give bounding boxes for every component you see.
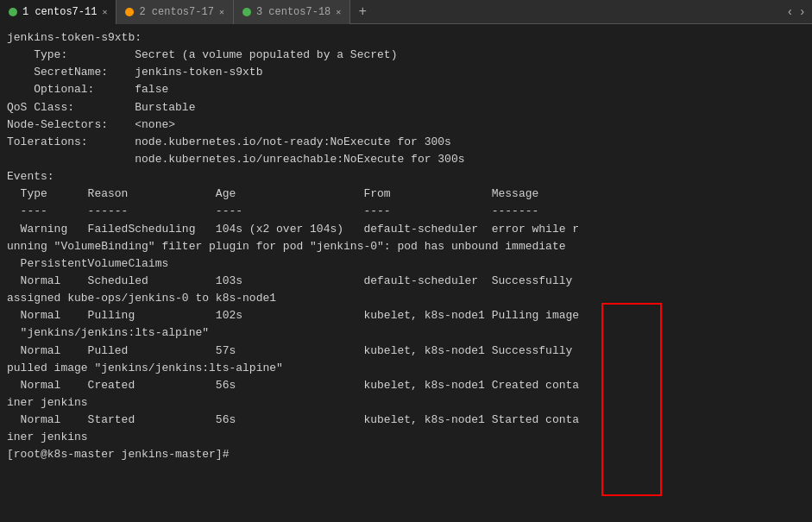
terminal-line: Normal Scheduled 103s default-scheduler …	[7, 273, 805, 290]
terminal-line: unning "VolumeBinding" filter plugin for…	[7, 238, 805, 255]
tab-3-close[interactable]: ✕	[336, 7, 341, 17]
terminal-line: pulled image "jenkins/jenkins:lts-alpine…	[7, 360, 805, 377]
terminal-line: Optional: false	[7, 81, 805, 98]
terminal-line: PersistentVolumeClaims	[7, 255, 805, 273]
terminal-line: ---- ------ ---- ---- -------	[7, 203, 805, 220]
terminal-line: Node-Selectors: <none>	[7, 116, 805, 134]
terminal-line: QoS Class: Burstable	[7, 99, 805, 116]
terminal-line: Warning FailedScheduling 104s (x2 over 1…	[7, 221, 805, 238]
tab-3-circle	[242, 8, 251, 16]
nav-right-arrow[interactable]: ›	[796, 5, 809, 19]
tab-2-circle	[125, 8, 134, 16]
add-tab-button[interactable]: +	[350, 0, 375, 24]
terminal-line: [root@k8s-master jenkins-master]#	[7, 446, 805, 463]
tab-2-label: 2 centos7-17	[139, 6, 213, 18]
terminal-line: Normal Pulling 102s kubelet, k8s-node1 P…	[7, 307, 805, 324]
terminal-line: "jenkins/jenkins:lts-alpine"	[7, 324, 805, 342]
terminal-line: Type: Secret (a volume populated by a Se…	[7, 47, 805, 64]
nav-left-arrow[interactable]: ‹	[784, 5, 796, 19]
terminal-line: Normal Pulled 57s kubelet, k8s-node1 Suc…	[7, 343, 805, 360]
nav-arrows: ‹ ›	[784, 5, 812, 19]
tab-3[interactable]: 3 centos7-18 ✕	[234, 0, 350, 24]
tab-1-label: 1 centos7-11	[22, 6, 97, 18]
tab-1-close[interactable]: ✕	[102, 7, 107, 17]
terminal-line: Normal Created 56s kubelet, k8s-node1 Cr…	[7, 377, 805, 394]
terminal-line: Type Reason Age From Message	[7, 186, 805, 203]
terminal-line: SecretName: jenkins-token-s9xtb	[7, 64, 805, 81]
terminal-line: iner jenkins	[7, 429, 805, 446]
tab-1[interactable]: 1 centos7-11 ✕	[0, 0, 116, 24]
terminal-line: jenkins-token-s9xtb:	[7, 29, 805, 47]
terminal[interactable]: jenkins-token-s9xtb: Type: Secret (a vol…	[0, 24, 812, 522]
terminal-line: Events:	[7, 168, 805, 186]
terminal-line: iner jenkins	[7, 394, 805, 412]
tab-2-close[interactable]: ✕	[219, 7, 224, 17]
terminal-line: Normal Started 56s kubelet, k8s-node1 St…	[7, 412, 805, 429]
tab-2[interactable]: 2 centos7-17 ✕	[116, 0, 233, 24]
tab-3-label: 3 centos7-18	[256, 6, 330, 18]
terminal-line: assigned kube-ops/jenkins-0 to k8s-node1	[7, 290, 805, 307]
terminal-line: node.kubernetes.io/unreachable:NoExecute…	[7, 151, 805, 168]
tab-bar: 1 centos7-11 ✕ 2 centos7-17 ✕ 3 centos7-…	[0, 0, 812, 24]
tab-1-circle	[9, 8, 17, 16]
terminal-line: Tolerations: node.kubernetes.io/not-read…	[7, 134, 805, 151]
